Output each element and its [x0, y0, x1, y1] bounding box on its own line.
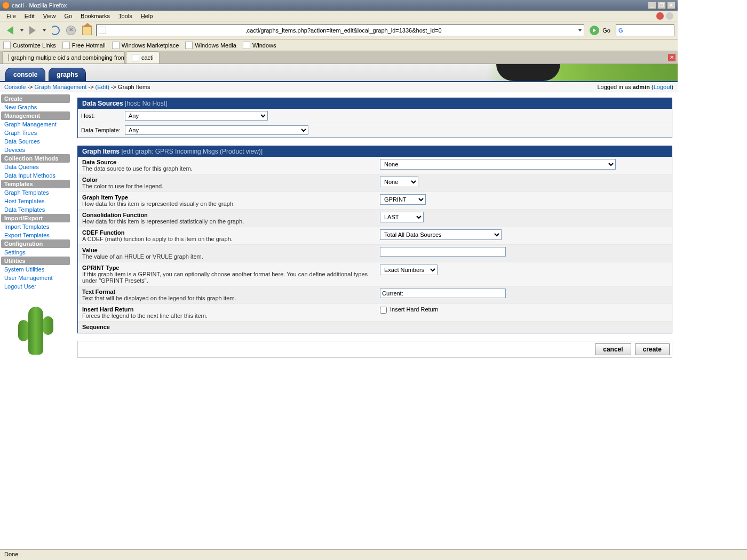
url-bar[interactable]: ,cacti/graphs_items.php?action=item_edit…: [96, 25, 584, 36]
text-format-input[interactable]: [380, 289, 506, 298]
insert-hard-return-checkbox[interactable]: [380, 307, 387, 314]
r3-title: Consolidation Function: [82, 212, 380, 218]
side-head-templates: Templates: [1, 180, 70, 188]
crumb-current: Graph Items: [118, 84, 150, 90]
crumb-graph-mgmt[interactable]: Graph Management: [35, 84, 87, 90]
breadcrumb: Console -> Graph Management -> (Edit) ->…: [0, 81, 678, 92]
side-graph-management[interactable]: Graph Management: [1, 120, 70, 129]
nav-toolbar: ,cacti/graphs_items.php?action=item_edit…: [0, 21, 678, 39]
logout-link[interactable]: Logout: [654, 84, 672, 90]
r1-desc: The color to use for the legend.: [82, 183, 163, 189]
r5-title: Value: [82, 247, 380, 253]
menubar: File Edit View Go Bookmarks Tools Help: [0, 11, 678, 21]
consolidation-function-select[interactable]: LAST: [380, 212, 424, 222]
menu-view[interactable]: View: [39, 12, 60, 20]
r7-title: Text Format: [82, 289, 380, 295]
r9-title: Sequence: [82, 324, 380, 330]
create-button[interactable]: create: [635, 343, 670, 355]
side-devices[interactable]: Devices: [1, 146, 70, 154]
cacti-logo-art: [486, 64, 678, 81]
url-dropdown[interactable]: [578, 29, 582, 31]
side-host-templates[interactable]: Host Templates: [1, 197, 70, 205]
side-graph-templates[interactable]: Graph Templates: [1, 188, 70, 197]
ds-sub: [host: No Host]: [125, 100, 167, 107]
back-button[interactable]: [3, 23, 17, 37]
r6-desc: If this graph item is a GPRINT, you can …: [82, 271, 368, 284]
side-import-templates[interactable]: Import Templates: [1, 222, 70, 231]
menu-help[interactable]: Help: [137, 12, 157, 20]
page-icon: [99, 27, 106, 34]
stop-load-icon[interactable]: [656, 12, 664, 20]
go-button[interactable]: [590, 26, 599, 35]
host-select[interactable]: Any: [125, 111, 268, 121]
r5-desc: The value of an HRULE or VRULE graph ite…: [82, 253, 203, 260]
cancel-button[interactable]: cancel: [595, 343, 631, 355]
graph-items-panel: Graph Items [edit graph: GPRS Incoming M…: [77, 146, 672, 333]
bookmark-free-hotmail[interactable]: Free Hotmail: [62, 42, 106, 49]
value-input[interactable]: [380, 247, 506, 257]
bookmark-windows[interactable]: Windows: [243, 42, 276, 49]
gi-title: Graph Items: [82, 148, 120, 155]
r3-desc: How data for this item is represented st…: [82, 218, 244, 225]
tab-bar: graphing multiple oid's and combinging f…: [0, 51, 678, 64]
menu-bookmarks[interactable]: Bookmarks: [76, 12, 114, 20]
gi-sub: [edit graph: GPRS Incoming Msgs (Product…: [121, 148, 263, 155]
crumb-console[interactable]: Console: [4, 84, 26, 90]
side-export-templates[interactable]: Export Templates: [1, 231, 70, 239]
forward-button[interactable]: [26, 23, 39, 37]
r4-desc: A CDEF (math) function to apply to this …: [82, 236, 233, 242]
side-data-templates[interactable]: Data Templates: [1, 205, 70, 214]
reload-button[interactable]: [48, 23, 62, 37]
side-head-utilities: Utilities: [1, 257, 70, 265]
cactus-logo: [17, 301, 54, 360]
color-select[interactable]: None: [380, 177, 418, 187]
side-data-input[interactable]: Data Input Methods: [1, 171, 70, 180]
menu-tools[interactable]: Tools: [114, 12, 137, 20]
side-system-utilities[interactable]: System Utilities: [1, 265, 70, 274]
bookmark-windows-media[interactable]: Windows Media: [185, 42, 236, 49]
r7-desc: Text that will be displayed on the legen…: [82, 295, 236, 301]
bookmarks-toolbar: Customize Links Free Hotmail Windows Mar…: [0, 39, 678, 51]
gprint-type-select[interactable]: Exact Numbers: [380, 265, 438, 275]
search-box[interactable]: [616, 25, 674, 36]
stop-button[interactable]: [64, 23, 78, 37]
bookmark-customize-links[interactable]: Customize Links: [3, 42, 56, 49]
side-settings[interactable]: Settings: [1, 248, 70, 257]
graph-item-type-select[interactable]: GPRINT: [380, 194, 426, 205]
side-data-sources[interactable]: Data Sources: [1, 137, 70, 146]
url-text: ,cacti/graphs_items.php?action=item_edit…: [109, 27, 577, 34]
maximize-button[interactable]: ❐: [657, 2, 666, 9]
app-tab-graphs[interactable]: graphs: [49, 68, 86, 81]
menu-edit[interactable]: Edit: [20, 12, 39, 20]
tab-close-button[interactable]: ✕: [668, 54, 676, 61]
side-head-collection: Collection Methods: [1, 154, 70, 163]
minimize-button[interactable]: _: [648, 2, 656, 9]
action-row: cancel create: [77, 341, 672, 358]
back-history-dropdown[interactable]: [20, 29, 23, 31]
close-window-button[interactable]: ✕: [667, 2, 676, 9]
side-user-management[interactable]: User Management: [1, 274, 70, 282]
go-label: Go: [602, 27, 610, 34]
cdef-function-select[interactable]: Total All Data Sources: [380, 229, 502, 240]
side-graph-trees[interactable]: Graph Trees: [1, 129, 70, 137]
tab-graphing-oids[interactable]: graphing multiple oid's and combinging f…: [2, 51, 125, 63]
crumb-edit[interactable]: (Edit): [96, 84, 109, 90]
data-source-select[interactable]: None: [380, 159, 616, 170]
menu-file[interactable]: File: [2, 12, 20, 20]
menu-go[interactable]: Go: [60, 12, 76, 20]
forward-history-dropdown[interactable]: [43, 29, 46, 31]
home-button[interactable]: [80, 23, 94, 37]
data-template-select[interactable]: Any: [125, 125, 308, 135]
login-info: Logged in as admin (Logout): [597, 84, 673, 90]
side-data-queries[interactable]: Data Queries: [1, 163, 70, 171]
r0-desc: The data source to use for this graph it…: [82, 165, 193, 172]
side-logout-user[interactable]: Logout User: [1, 282, 70, 291]
insert-hard-return-label[interactable]: Insert Hard Return: [380, 306, 438, 313]
app-tab-console[interactable]: console: [5, 68, 45, 81]
bookmark-windows-marketplace[interactable]: Windows Marketplace: [112, 42, 179, 49]
side-head-configuration: Configuration: [1, 239, 70, 248]
login-username: admin: [633, 84, 650, 90]
side-head-create: Create: [1, 94, 70, 103]
tab-cacti[interactable]: cacti: [126, 51, 160, 63]
side-new-graphs[interactable]: New Graphs: [1, 103, 70, 111]
